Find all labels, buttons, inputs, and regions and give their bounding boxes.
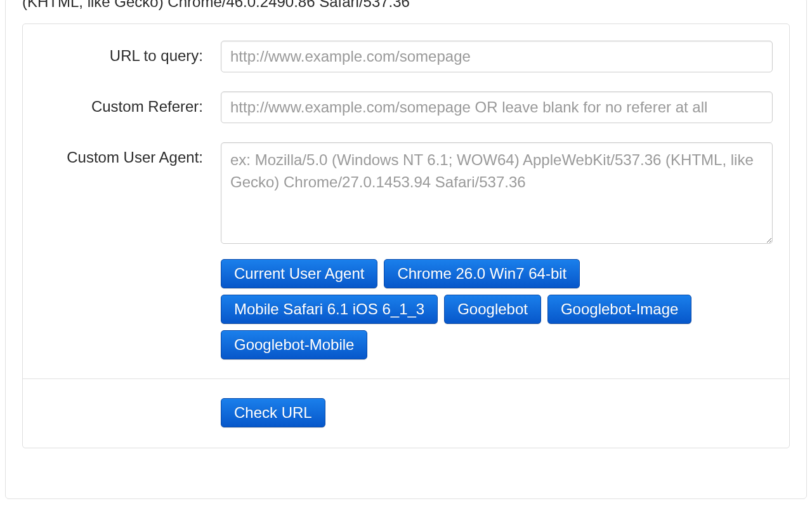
preset-googlebot-button[interactable]: Googlebot (444, 295, 541, 324)
preset-mobile-safari-button[interactable]: Mobile Safari 6.1 iOS 6_1_3 (221, 295, 438, 324)
submit-row: Check URL (39, 379, 773, 448)
check-url-button[interactable]: Check URL (221, 398, 325, 427)
url-input[interactable] (221, 41, 773, 72)
url-label: URL to query: (39, 41, 221, 65)
truncated-useragent-line: (KHTML, like Gecko) Chrome/46.0.2490.86 … (6, 0, 806, 18)
submit-spacer (39, 398, 221, 427)
useragent-preset-buttons: Current User Agent Chrome 26.0 Win7 64-b… (221, 259, 773, 359)
page-container: (KHTML, like Gecko) Chrome/46.0.2490.86 … (5, 0, 807, 499)
preset-chrome26-button[interactable]: Chrome 26.0 Win7 64-bit (384, 259, 580, 288)
referer-label: Custom Referer: (39, 91, 221, 116)
useragent-row: Custom User Agent: Current User Agent Ch… (39, 142, 773, 359)
preset-googlebot-mobile-button[interactable]: Googlebot-Mobile (221, 330, 367, 359)
useragent-textarea[interactable] (221, 142, 773, 244)
referer-input[interactable] (221, 91, 773, 123)
referer-row: Custom Referer: (39, 91, 773, 123)
useragent-label: Custom User Agent: (39, 142, 221, 166)
query-form-panel: URL to query: Custom Referer: Custom Use… (22, 23, 790, 448)
url-row: URL to query: (39, 41, 773, 72)
preset-current-useragent-button[interactable]: Current User Agent (221, 259, 377, 288)
preset-googlebot-image-button[interactable]: Googlebot-Image (547, 295, 691, 324)
